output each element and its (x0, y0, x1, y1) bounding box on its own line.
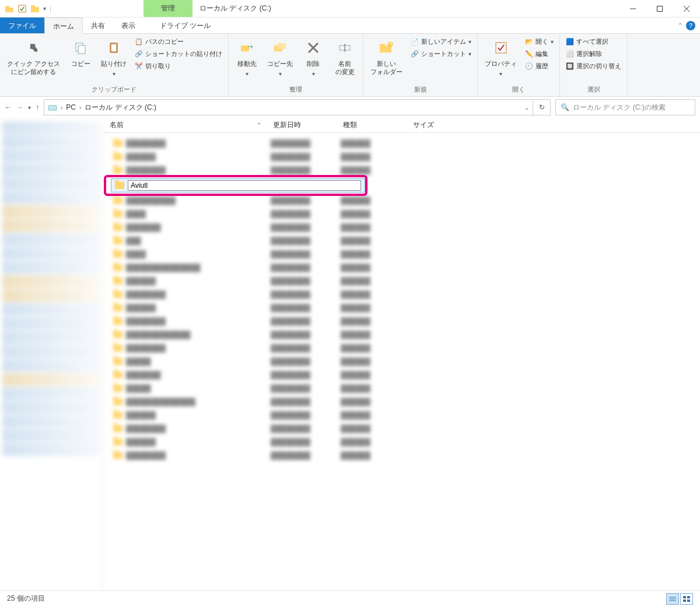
svg-rect-10 (78, 45, 85, 54)
new-item-button[interactable]: 📄新しいアイテム▾ (408, 36, 474, 47)
paste-icon (104, 38, 123, 57)
new-folder-icon: ✹ (377, 38, 396, 57)
search-placeholder: ローカル ディスク (C:)の検索 (573, 103, 666, 113)
drive-icon (48, 103, 57, 112)
main-area: 名前⌃ 更新日時 種類 サイズ ██████████████████████ █… (0, 118, 700, 590)
ribbon-group-new: ✹ 新しい フォルダー 📄新しいアイテム▾ 🔗ショートカット▾ 新規 (363, 34, 478, 96)
explorer-icon (5, 4, 14, 13)
up-button[interactable]: ↑ (36, 103, 39, 111)
column-type[interactable]: 種類 (337, 120, 407, 130)
edit-button[interactable]: ✏️編集 (523, 48, 556, 59)
search-icon: 🔍 (561, 103, 569, 111)
details-view-icon[interactable] (666, 593, 679, 605)
open-button[interactable]: 📂開く▾ (523, 36, 556, 47)
paste-shortcut-button[interactable]: 🔗ショートカットの貼り付け (132, 48, 225, 59)
rename-input[interactable] (128, 180, 361, 191)
organize-group-label: 整理 (232, 84, 359, 95)
breadcrumb-pc[interactable]: PC (66, 103, 76, 111)
pin-icon (24, 38, 43, 57)
properties-icon (492, 38, 510, 57)
tab-file[interactable]: ファイル (0, 17, 44, 33)
column-headers[interactable]: 名前⌃ 更新日時 種類 サイズ (104, 118, 700, 133)
select-group-label: 選択 (564, 84, 624, 95)
delete-button[interactable]: 削除▾ (299, 36, 328, 80)
svg-rect-21 (380, 44, 385, 45)
maximize-button[interactable] (646, 0, 673, 17)
svg-rect-1 (5, 6, 9, 8)
paste-button[interactable]: 貼り付け ▾ (97, 36, 130, 80)
ribbon-group-organize: 移動先▾ コピー先▾ 削除▾ 名前 の変更 整理 (229, 34, 363, 96)
breadcrumb-drive[interactable]: ローカル ディスク (C:) (85, 103, 156, 113)
svg-rect-30 (687, 596, 690, 598)
folder-qat-icon[interactable] (30, 4, 40, 13)
tab-drive-tools[interactable]: ドライブ ツール (152, 17, 219, 33)
ribbon: クイック アクセス にピン留めする コピー 貼り付け ▾ 📋パスのコピー 🔗ショ… (0, 34, 700, 97)
item-count: 25 個の項目 (7, 594, 45, 604)
back-button[interactable]: ← (5, 103, 12, 111)
svg-rect-31 (683, 600, 686, 602)
ribbon-tabs: ファイル ホーム 共有 表示 ドライブ ツール ⌃ ? (0, 17, 700, 34)
copy-to-button[interactable]: コピー先▾ (264, 36, 296, 80)
svg-rect-29 (683, 596, 686, 598)
open-group-label: 開く (481, 84, 556, 95)
help-icon[interactable]: ? (686, 21, 695, 30)
refresh-button[interactable]: ↻ (533, 99, 551, 115)
nav-bar: ← → ▾ ↑ › PC › ローカル ディスク (C:) ⌄ ↻ 🔍 ローカル… (0, 97, 700, 118)
properties-qat-icon[interactable] (18, 4, 27, 13)
move-to-button[interactable]: 移動先▾ (232, 36, 261, 80)
cut-button[interactable]: ✂️切り取り (132, 61, 225, 72)
edit-icon: ✏️ (525, 50, 533, 58)
large-icons-view-icon[interactable] (680, 593, 693, 605)
rename-button[interactable]: 名前 の変更 (330, 36, 359, 79)
pin-quick-access-button[interactable]: クイック アクセス にピン留めする (4, 36, 64, 79)
history-icon: 🕘 (525, 62, 533, 70)
address-bar[interactable]: › PC › ローカル ディスク (C:) ⌄ (44, 99, 533, 115)
shortcut-icon: 🔗 (411, 50, 419, 58)
properties-button[interactable]: プロパティ▾ (481, 36, 520, 80)
select-all-button[interactable]: 🟦すべて選択 (564, 36, 624, 47)
column-size[interactable]: サイズ (407, 120, 454, 130)
copy-icon (71, 38, 90, 57)
history-button[interactable]: 🕘履歴 (523, 61, 556, 72)
ribbon-group-select: 🟦すべて選択 ⬜選択解除 🔲選択の切り替え 選択 (560, 34, 628, 96)
column-name[interactable]: 名前⌃ (104, 120, 267, 130)
svg-rect-15 (278, 43, 286, 49)
clipboard-group-label: クリップボード (4, 84, 225, 95)
title-bar: ▾ | 管理 ローカル ディスク (C:) (0, 0, 700, 17)
navigation-pane[interactable] (0, 118, 104, 590)
copy-to-icon (271, 38, 289, 57)
address-dropdown-icon[interactable]: ⌄ (524, 104, 529, 111)
shortcut-paste-icon: 🔗 (135, 50, 143, 58)
column-date[interactable]: 更新日時 (267, 120, 337, 130)
svg-rect-4 (31, 5, 35, 7)
window-title: ローカル ディスク (C:) (192, 3, 278, 13)
collapse-ribbon-icon[interactable]: ⌃ (678, 22, 682, 29)
close-button[interactable] (673, 0, 700, 17)
search-box[interactable]: 🔍 ローカル ディスク (C:)の検索 (555, 99, 695, 115)
copy-button[interactable]: コピー (66, 36, 95, 70)
file-list[interactable]: ██████████████████████ █████████████████… (104, 133, 700, 590)
minimize-button[interactable] (620, 0, 646, 17)
new-folder-button[interactable]: ✹ 新しい フォルダー (367, 36, 406, 79)
rename-row[interactable] (111, 178, 365, 192)
select-none-button[interactable]: ⬜選択解除 (564, 48, 624, 59)
copy-path-button[interactable]: 📋パスのコピー (132, 36, 225, 47)
svg-rect-6 (657, 6, 663, 11)
svg-text:✹: ✹ (388, 43, 392, 47)
new-group-label: 新規 (367, 84, 474, 95)
manage-contextual-tab[interactable]: 管理 (144, 0, 192, 17)
rename-icon (335, 38, 354, 57)
folder-icon (115, 182, 124, 189)
invert-selection-button[interactable]: 🔲選択の切り替え (564, 61, 624, 72)
recent-dropdown-icon[interactable]: ▾ (28, 104, 31, 111)
new-shortcut-button[interactable]: 🔗ショートカット▾ (408, 48, 474, 59)
qat-dropdown-icon[interactable]: ▾ (43, 5, 46, 12)
tab-home[interactable]: ホーム (44, 17, 83, 34)
tab-share[interactable]: 共有 (83, 17, 113, 33)
sort-asc-icon: ⌃ (257, 122, 261, 128)
forward-button[interactable]: → (16, 103, 23, 111)
svg-rect-25 (48, 106, 57, 110)
ribbon-group-clipboard: クイック アクセス にピン留めする コピー 貼り付け ▾ 📋パスのコピー 🔗ショ… (0, 34, 229, 96)
new-item-icon: 📄 (411, 38, 419, 45)
tab-view[interactable]: 表示 (113, 17, 144, 33)
